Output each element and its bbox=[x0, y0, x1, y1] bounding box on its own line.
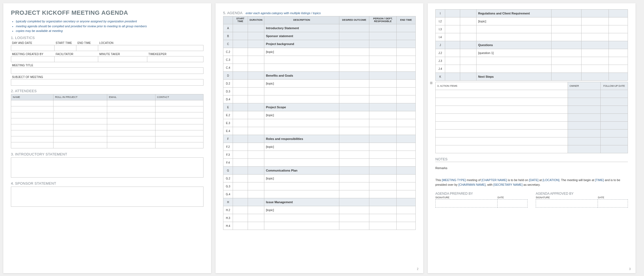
table-cell[interactable] bbox=[107, 100, 155, 106]
agenda-row-description[interactable] bbox=[264, 151, 339, 159]
table-cell[interactable] bbox=[568, 90, 601, 98]
agenda-cell[interactable] bbox=[248, 64, 264, 72]
agenda-cell[interactable] bbox=[233, 88, 248, 95]
agenda-cell[interactable] bbox=[582, 10, 609, 17]
intro-statement-box[interactable] bbox=[11, 157, 203, 178]
agenda-cell[interactable] bbox=[233, 95, 248, 103]
agenda-cell[interactable] bbox=[369, 182, 397, 190]
table-cell[interactable] bbox=[155, 100, 203, 106]
agenda-cell[interactable] bbox=[339, 222, 369, 230]
agenda-cell[interactable] bbox=[552, 10, 582, 17]
agenda-cell[interactable] bbox=[369, 56, 397, 64]
agenda-cell[interactable] bbox=[445, 65, 460, 73]
agenda-cell[interactable] bbox=[369, 198, 397, 206]
prepared-signature-box[interactable] bbox=[435, 199, 498, 208]
agenda-cell[interactable] bbox=[248, 72, 264, 80]
table-cell[interactable] bbox=[107, 124, 155, 130]
agenda-cell[interactable] bbox=[397, 222, 416, 230]
agenda-row-description[interactable]: Project background bbox=[264, 40, 339, 48]
agenda-cell[interactable] bbox=[233, 64, 248, 72]
agenda-cell[interactable] bbox=[397, 24, 416, 32]
agenda-cell[interactable] bbox=[233, 135, 248, 143]
agenda-row-description[interactable] bbox=[264, 190, 339, 198]
input-created-by[interactable] bbox=[11, 56, 55, 62]
table-cell[interactable] bbox=[11, 142, 53, 148]
agenda-cell[interactable] bbox=[460, 10, 477, 17]
table-cell[interactable] bbox=[568, 130, 601, 137]
agenda-cell[interactable] bbox=[248, 143, 264, 151]
agenda-row-description[interactable] bbox=[264, 95, 339, 103]
input-start-time[interactable] bbox=[54, 45, 76, 51]
agenda-cell[interactable] bbox=[397, 32, 416, 40]
agenda-cell[interactable] bbox=[233, 222, 248, 230]
agenda-cell[interactable] bbox=[339, 88, 369, 95]
agenda-cell[interactable] bbox=[445, 25, 460, 33]
input-facilitator[interactable] bbox=[54, 56, 98, 62]
agenda-row-description[interactable]: Benefits and Goals bbox=[264, 72, 339, 80]
input-end-time[interactable] bbox=[76, 45, 98, 51]
agenda-cell[interactable] bbox=[397, 127, 416, 135]
agenda-cell[interactable] bbox=[233, 143, 248, 151]
agenda-cell[interactable] bbox=[233, 175, 248, 182]
table-cell[interactable] bbox=[601, 145, 628, 153]
agenda-row-description[interactable] bbox=[477, 57, 552, 65]
agenda-cell[interactable] bbox=[552, 17, 582, 25]
agenda-cell[interactable] bbox=[369, 190, 397, 198]
agenda-cell[interactable] bbox=[369, 143, 397, 151]
prepared-date-box[interactable] bbox=[497, 199, 528, 208]
agenda-cell[interactable] bbox=[582, 17, 609, 25]
agenda-cell[interactable] bbox=[369, 167, 397, 175]
table-cell[interactable] bbox=[11, 118, 53, 124]
agenda-cell[interactable] bbox=[460, 65, 477, 73]
agenda-cell[interactable] bbox=[369, 64, 397, 72]
approved-date-box[interactable] bbox=[598, 199, 628, 208]
table-cell[interactable] bbox=[11, 124, 53, 130]
agenda-cell[interactable] bbox=[369, 72, 397, 80]
agenda-cell[interactable] bbox=[339, 32, 369, 40]
agenda-cell[interactable] bbox=[248, 103, 264, 111]
agenda-cell[interactable] bbox=[339, 175, 369, 182]
agenda-cell[interactable] bbox=[248, 48, 264, 56]
agenda-cell[interactable] bbox=[397, 111, 416, 119]
agenda-cell[interactable] bbox=[233, 119, 248, 127]
agenda-cell[interactable] bbox=[248, 182, 264, 190]
agenda-row-description[interactable] bbox=[264, 56, 339, 64]
table-cell[interactable] bbox=[601, 90, 628, 98]
agenda-cell[interactable] bbox=[233, 103, 248, 111]
agenda-cell[interactable] bbox=[339, 64, 369, 72]
agenda-cell[interactable] bbox=[339, 159, 369, 167]
agenda-cell[interactable] bbox=[397, 48, 416, 56]
agenda-row-description[interactable]: Issue Management bbox=[264, 198, 339, 206]
agenda-cell[interactable] bbox=[397, 40, 416, 48]
agenda-cell[interactable] bbox=[339, 24, 369, 32]
agenda-cell[interactable] bbox=[233, 40, 248, 48]
agenda-cell[interactable] bbox=[397, 159, 416, 167]
agenda-cell[interactable] bbox=[582, 57, 609, 65]
input-timekeeper[interactable] bbox=[147, 56, 203, 62]
agenda-cell[interactable] bbox=[397, 206, 416, 214]
agenda-cell[interactable] bbox=[339, 135, 369, 143]
agenda-cell[interactable] bbox=[233, 151, 248, 159]
agenda-cell[interactable] bbox=[397, 167, 416, 175]
agenda-cell[interactable] bbox=[460, 57, 477, 65]
agenda-cell[interactable] bbox=[445, 10, 460, 17]
agenda-cell[interactable] bbox=[397, 80, 416, 88]
agenda-row-description[interactable]: [question 1] bbox=[477, 49, 552, 57]
agenda-cell[interactable] bbox=[369, 80, 397, 88]
agenda-cell[interactable] bbox=[582, 33, 609, 41]
agenda-cell[interactable] bbox=[339, 119, 369, 127]
table-cell[interactable] bbox=[568, 137, 601, 145]
agenda-cell[interactable] bbox=[233, 190, 248, 198]
agenda-row-description[interactable] bbox=[264, 127, 339, 135]
agenda-cell[interactable] bbox=[339, 103, 369, 111]
agenda-cell[interactable] bbox=[369, 127, 397, 135]
table-cell[interactable] bbox=[11, 136, 53, 142]
agenda-cell[interactable] bbox=[248, 56, 264, 64]
agenda-cell[interactable] bbox=[248, 167, 264, 175]
table-cell[interactable] bbox=[568, 114, 601, 122]
agenda-row-description[interactable] bbox=[264, 182, 339, 190]
agenda-cell[interactable] bbox=[552, 33, 582, 41]
agenda-cell[interactable] bbox=[445, 73, 460, 81]
table-cell[interactable] bbox=[436, 137, 568, 145]
table-cell[interactable] bbox=[155, 106, 203, 112]
